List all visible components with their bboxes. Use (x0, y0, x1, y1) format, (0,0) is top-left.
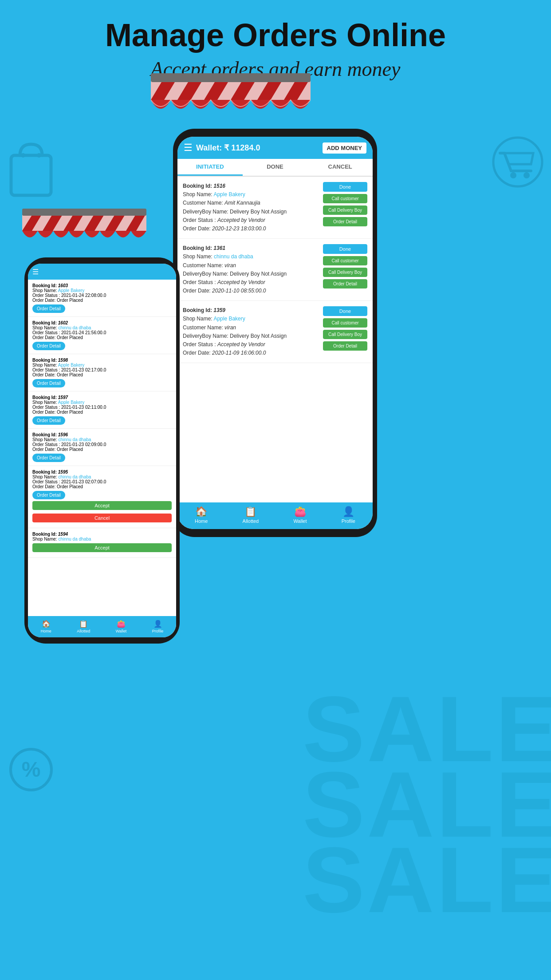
nav-wallet-small[interactable]: 👛 Wallet (116, 620, 127, 634)
booking-info-1359: Booking Id: 1359 Shop Name: Apple Bakery… (183, 306, 319, 357)
nav-profile-label: Profile (342, 518, 355, 524)
accept-group-1594: Accept (32, 543, 172, 554)
call-customer-button-1361[interactable]: Call customer (323, 256, 367, 265)
home-icon-small: 🏠 (42, 620, 51, 628)
svg-text:%: % (22, 758, 41, 781)
order-status: Order Status : Accepted by Vendor (183, 278, 319, 287)
booking-actions-1361: Done Call customer Call Delivery Boy Ord… (323, 244, 367, 295)
menu-icon-small[interactable]: ☰ (32, 268, 39, 276)
home-icon: 🏠 (195, 506, 207, 518)
tab-initiated[interactable]: INITIATED (177, 159, 243, 176)
phone-header: ☰ Wallet: ₹ 11284.0 ADD MONEY (177, 137, 373, 159)
phone-large: ☰ Wallet: ₹ 11284.0 ADD MONEY INITIATED … (173, 129, 377, 537)
call-delivery-button-1361[interactable]: Call Delivery Boy (323, 268, 367, 277)
done-button-1359[interactable]: Done (323, 306, 367, 316)
add-money-button[interactable]: ADD MONEY (323, 142, 366, 154)
svg-rect-27 (22, 209, 146, 216)
call-delivery-button-1516[interactable]: Call Delivery Boy (323, 205, 367, 215)
shop-name-label: Shop Name: chinnu da dhaba (183, 253, 319, 261)
svg-point-2 (37, 153, 41, 158)
nav-allotted[interactable]: 📋 Allotted (243, 506, 259, 526)
nav-wallet[interactable]: 👛 Wallet (293, 506, 307, 526)
svg-point-1 (21, 153, 25, 158)
done-button-1361[interactable]: Done (323, 244, 367, 254)
tab-done[interactable]: DONE (243, 159, 308, 176)
small-booking-1598: Booking Id: 1598 Shop Name: Apple Bakery… (28, 354, 176, 391)
call-delivery-button-1359[interactable]: Call Delivery Boy (323, 330, 367, 339)
bottom-nav-small: 🏠 Home 📋 Allotted 👛 Wallet 👤 Profile (28, 616, 176, 637)
order-detail-button-1516[interactable]: Order Detail (323, 217, 367, 226)
svg-rect-0 (11, 155, 51, 195)
phone-small-screen: ☰ Booking Id: 1603 Shop Name: Apple Bake… (28, 264, 176, 637)
booking-actions-1516: Done Call customer Call Delivery Boy Ord… (323, 182, 367, 233)
booking-id: Booking Id: 1516 (183, 182, 319, 190)
customer-name: Customer Name: viran (183, 324, 319, 332)
small-booking-1595: Booking Id: 1595 Shop Name: chinnu da dh… (28, 466, 176, 528)
svg-point-5 (523, 172, 530, 178)
wallet-icon: 👛 (294, 506, 306, 518)
booking-card-1361: Booking Id: 1361 Shop Name: chinnu da dh… (177, 239, 373, 301)
accept-cancel-group-1595: Accept Cancel (32, 501, 172, 524)
order-status: Order Status : Accepted by Vendor (183, 216, 319, 225)
small-booking-1602: Booking Id: 1602 Shop Name: chinnu da dh… (28, 317, 176, 354)
phone-large-screen: ☰ Wallet: ₹ 11284.0 ADD MONEY INITIATED … (177, 137, 373, 529)
accept-button-1595[interactable]: Accept (32, 501, 172, 510)
order-detail-btn-1602[interactable]: Order Detail (32, 342, 65, 350)
small-bookings-list: Booking Id: 1603 Shop Name: Apple Bakery… (28, 280, 176, 616)
booking-actions-1359: Done Call customer Call Delivery Boy Ord… (323, 306, 367, 357)
bottom-nav-large: 🏠 Home 📋 Allotted 👛 Wallet 👤 Profile (177, 502, 373, 529)
call-customer-button-1516[interactable]: Call customer (323, 194, 367, 203)
tab-cancel[interactable]: CANCEL (307, 159, 373, 176)
booking-id: Booking Id: 1361 (183, 244, 319, 253)
accept-button-1594[interactable]: Accept (32, 543, 172, 552)
phone-small-header: ☰ (28, 264, 176, 280)
nav-profile-small[interactable]: 👤 Profile (152, 620, 164, 634)
booking-card-1516: Booking Id: 1516 Shop Name: Apple Bakery… (177, 177, 373, 239)
small-booking-1597: Booking Id: 1597 Shop Name: Apple Bakery… (28, 391, 176, 429)
small-awning (22, 200, 146, 259)
svg-rect-3 (493, 138, 542, 186)
profile-icon-small: 👤 (153, 620, 162, 628)
order-detail-button-1359[interactable]: Order Detail (323, 341, 367, 351)
cancel-button-1595[interactable]: Cancel (32, 514, 172, 522)
order-detail-btn-1598[interactable]: Order Detail (32, 379, 65, 387)
wallet-icon-small: 👛 (117, 620, 126, 628)
small-booking-1603: Booking Id: 1603 Shop Name: Apple Bakery… (28, 280, 176, 317)
nav-home-small[interactable]: 🏠 Home (41, 620, 51, 634)
nav-home-label: Home (195, 518, 208, 524)
shop-name-label: Shop Name: Apple Bakery (183, 190, 319, 199)
svg-point-4 (510, 172, 516, 178)
booking-card-1359: Booking Id: 1359 Shop Name: Apple Bakery… (177, 301, 373, 363)
order-date: Order Date: 2020-11-09 16:06:00.0 (183, 349, 319, 357)
percent-icon: % (9, 747, 53, 794)
delivery-boy: DeliveryBoy Name: Delivery Boy Not Assig… (183, 332, 319, 340)
svg-rect-17 (151, 73, 311, 82)
booking-id: Booking Id: 1359 (183, 306, 319, 315)
large-awning (151, 64, 311, 137)
nav-allotted-small[interactable]: 📋 Allotted (77, 620, 90, 634)
allotted-icon-small: 📋 (79, 620, 88, 628)
order-date: Order Date: 2020-12-23 18:03:00.0 (183, 225, 319, 233)
customer-name: Customer Name: viran (183, 261, 319, 270)
customer-name: Customer Name: Amit Kannaujia (183, 199, 319, 207)
nav-home[interactable]: 🏠 Home (195, 506, 208, 526)
call-customer-button-1359[interactable]: Call customer (323, 318, 367, 328)
order-detail-button-1361[interactable]: Order Detail (323, 279, 367, 288)
order-detail-btn-1597[interactable]: Order Detail (32, 416, 65, 425)
phone-small: ☰ Booking Id: 1603 Shop Name: Apple Bake… (24, 257, 180, 644)
small-booking-1594: Booking Id: 1594 Shop Name: chinnu da dh… (28, 528, 176, 558)
wallet-balance: Wallet: ₹ 11284.0 (196, 143, 319, 153)
order-detail-btn-1595[interactable]: Order Detail (32, 491, 65, 499)
done-button-1516[interactable]: Done (323, 182, 367, 192)
order-detail-btn-1596[interactable]: Order Detail (32, 454, 65, 462)
shopping-bag-icon (4, 138, 58, 202)
bookings-list: Booking Id: 1516 Shop Name: Apple Bakery… (177, 177, 373, 502)
nav-profile[interactable]: 👤 Profile (342, 506, 355, 526)
small-booking-1596: Booking Id: 1596 Shop Name: chinnu da dh… (28, 429, 176, 466)
shop-name-label: Shop Name: Apple Bakery (183, 315, 319, 323)
order-detail-btn-1603[interactable]: Order Detail (32, 304, 65, 313)
profile-icon: 👤 (342, 506, 354, 518)
menu-icon[interactable]: ☰ (184, 142, 193, 154)
booking-info-1516: Booking Id: 1516 Shop Name: Apple Bakery… (183, 182, 319, 233)
nav-home-label-small: Home (41, 629, 51, 633)
